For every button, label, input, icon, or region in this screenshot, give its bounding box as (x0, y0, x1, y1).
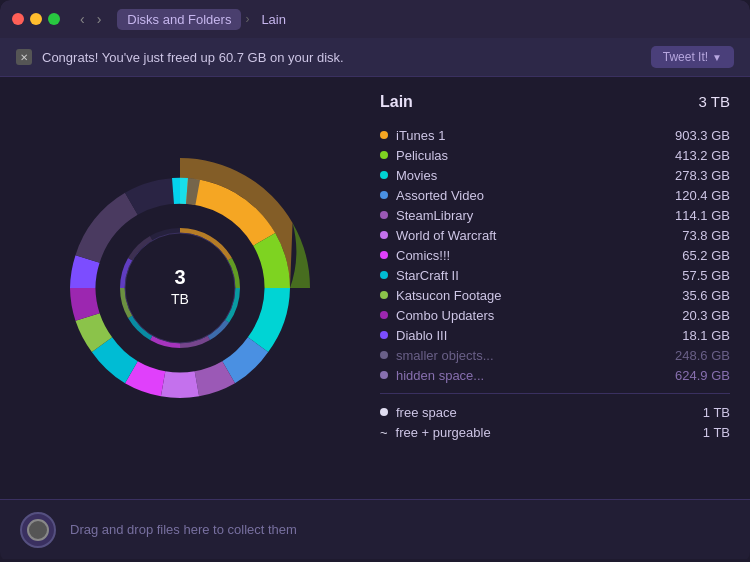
close-button[interactable] (12, 13, 24, 25)
breadcrumb-current: Lain (253, 9, 294, 30)
item-size: 18.1 GB (660, 328, 730, 343)
item-name: iTunes 1 (396, 128, 660, 143)
traffic-lights (12, 13, 60, 25)
item-size: 903.3 GB (660, 128, 730, 143)
item-list: iTunes 1 903.3 GB Peliculas 413.2 GB Mov… (380, 125, 730, 385)
collect-inner-icon (27, 519, 49, 541)
back-button[interactable]: ‹ (76, 9, 89, 29)
list-item[interactable]: Combo Updaters 20.3 GB (380, 305, 730, 325)
purgeable-label: free + purgeable (396, 425, 660, 440)
notification-text: Congrats! You've just freed up 60.7 GB o… (42, 50, 651, 65)
item-size: 413.2 GB (660, 148, 730, 163)
item-color-dot (380, 251, 388, 259)
item-name: Movies (396, 168, 660, 183)
item-color-dot (380, 211, 388, 219)
item-size: 624.9 GB (660, 368, 730, 383)
breadcrumb-separator: › (245, 12, 249, 26)
item-name: Diablo III (396, 328, 660, 343)
item-name: World of Warcraft (396, 228, 660, 243)
item-color-dot (380, 351, 388, 359)
item-name: Comics!!! (396, 248, 660, 263)
nav-arrows: ‹ › (76, 9, 105, 29)
item-size: 73.8 GB (660, 228, 730, 243)
item-name: Katsucon Footage (396, 288, 660, 303)
tweet-button[interactable]: Tweet It! ▼ (651, 46, 734, 68)
list-item[interactable]: Comics!!! 65.2 GB (380, 245, 730, 265)
svg-text:TB: TB (171, 291, 189, 307)
tweet-arrow-icon: ▼ (712, 52, 722, 63)
item-name: SteamLibrary (396, 208, 660, 223)
collect-icon (20, 512, 56, 548)
drive-name: Lain (380, 93, 413, 111)
item-size: 20.3 GB (660, 308, 730, 323)
forward-button[interactable]: › (93, 9, 106, 29)
item-size: 65.2 GB (660, 248, 730, 263)
item-color-dot (380, 171, 388, 179)
maximize-button[interactable] (48, 13, 60, 25)
item-name: Peliculas (396, 148, 660, 163)
list-item[interactable]: Diablo III 18.1 GB (380, 325, 730, 345)
list-item[interactable]: World of Warcraft 73.8 GB (380, 225, 730, 245)
bottom-bar: Drag and drop files here to collect them (0, 499, 750, 559)
breadcrumb-parent[interactable]: Disks and Folders (117, 9, 241, 30)
free-space-row: free space 1 TB (380, 402, 730, 422)
breadcrumb: Disks and Folders › Lain (117, 9, 294, 30)
item-size: 114.1 GB (660, 208, 730, 223)
purgeable-size: 1 TB (660, 425, 730, 440)
free-space-size: 1 TB (660, 405, 730, 420)
item-color-dot (380, 151, 388, 159)
list-item[interactable]: Peliculas 413.2 GB (380, 145, 730, 165)
drive-total-size: 3 TB (699, 93, 730, 110)
tilde-icon: ~ (380, 425, 388, 440)
item-size: 120.4 GB (660, 188, 730, 203)
notification-close-button[interactable]: ✕ (16, 49, 32, 65)
drop-text: Drag and drop files here to collect them (70, 522, 297, 537)
minimize-button[interactable] (30, 13, 42, 25)
list-item[interactable]: SteamLibrary 114.1 GB (380, 205, 730, 225)
item-name: hidden space... (396, 368, 660, 383)
chart-area: 3 TB (0, 77, 360, 499)
list-item[interactable]: hidden space... 624.9 GB (380, 365, 730, 385)
right-panel: Lain 3 TB iTunes 1 903.3 GB Peliculas 41… (360, 77, 750, 499)
free-space-list: free space 1 TB ~ free + purgeable 1 TB (380, 402, 730, 442)
item-name: Assorted Video (396, 188, 660, 203)
item-size: 278.3 GB (660, 168, 730, 183)
list-item[interactable]: iTunes 1 903.3 GB (380, 125, 730, 145)
list-item[interactable]: Katsucon Footage 35.6 GB (380, 285, 730, 305)
item-color-dot (380, 311, 388, 319)
list-item[interactable]: Movies 278.3 GB (380, 165, 730, 185)
item-color-dot (380, 331, 388, 339)
purgeable-row: ~ free + purgeable 1 TB (380, 422, 730, 442)
titlebar: ‹ › Disks and Folders › Lain (0, 0, 750, 38)
list-item[interactable]: StarCraft II 57.5 GB (380, 265, 730, 285)
free-space-label: free space (396, 405, 660, 420)
item-color-dot (380, 291, 388, 299)
item-color-dot (380, 131, 388, 139)
disk-chart: 3 TB (40, 148, 320, 428)
item-size: 248.6 GB (660, 348, 730, 363)
item-color-dot (380, 191, 388, 199)
item-color-dot (380, 371, 388, 379)
list-item[interactable]: smaller objects... 248.6 GB (380, 345, 730, 365)
main-content: 3 TB Lain 3 TB iTunes 1 903.3 GB Pelicul… (0, 77, 750, 499)
item-size: 35.6 GB (660, 288, 730, 303)
item-name: smaller objects... (396, 348, 660, 363)
item-color-dot (380, 271, 388, 279)
list-item[interactable]: Assorted Video 120.4 GB (380, 185, 730, 205)
item-color-dot (380, 231, 388, 239)
item-name: Combo Updaters (396, 308, 660, 323)
tweet-label: Tweet It! (663, 50, 708, 64)
drive-header: Lain 3 TB (380, 93, 730, 111)
item-name: StarCraft II (396, 268, 660, 283)
free-dot (380, 408, 388, 416)
notification-bar: ✕ Congrats! You've just freed up 60.7 GB… (0, 38, 750, 77)
svg-text:3: 3 (174, 266, 185, 288)
svg-point-1 (125, 233, 235, 343)
list-divider (380, 393, 730, 394)
item-size: 57.5 GB (660, 268, 730, 283)
